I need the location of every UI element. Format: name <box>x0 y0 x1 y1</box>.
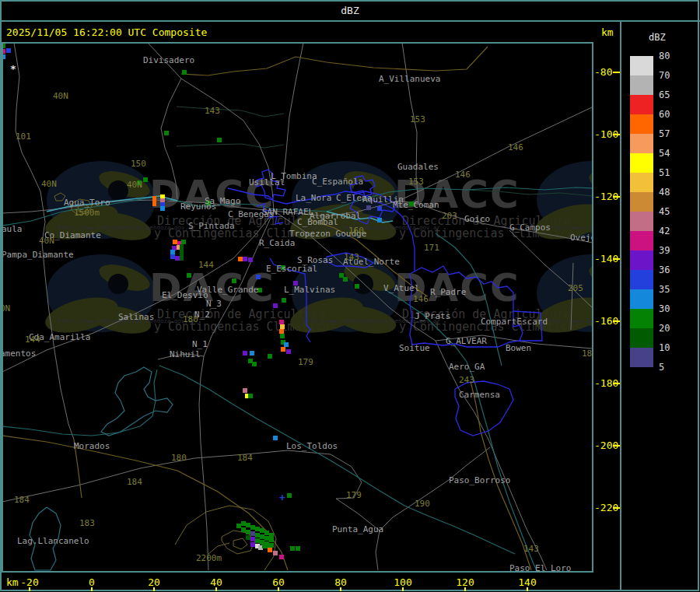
road-number-label: 40N <box>41 179 57 189</box>
scale-block <box>630 231 653 250</box>
radar-echo <box>269 533 274 538</box>
road-number-label: 144 <box>198 260 214 270</box>
road-number-label: 180 <box>183 314 198 324</box>
road-number-label: 143 <box>205 106 220 116</box>
radar-echo <box>182 70 187 75</box>
road-number-label: 171 <box>424 243 439 253</box>
radar-echo <box>243 257 247 261</box>
y-axis-label: -80 <box>594 66 612 78</box>
radar-echo <box>273 436 278 440</box>
radar-echo <box>290 546 295 551</box>
radar-echo <box>187 273 191 278</box>
place-label: aula <box>2 224 23 234</box>
road-number-label: 184 <box>237 453 253 463</box>
road-number-label: 243 <box>459 375 474 385</box>
radar-echo <box>250 525 255 530</box>
map-marker: * <box>10 63 16 75</box>
radar-echo <box>279 320 284 324</box>
scale-label: 48 <box>659 187 690 197</box>
road-number-label: 190 <box>415 499 430 509</box>
scale-label: 20 <box>659 324 690 333</box>
road-number-label: 146 <box>413 294 429 304</box>
scale-label: 54 <box>659 149 690 158</box>
place-label: Bowen <box>506 343 531 353</box>
radar-echo <box>255 538 260 543</box>
radar-echo <box>241 521 246 526</box>
radar-echo <box>250 537 255 541</box>
x-axis-label: 40 <box>210 576 222 588</box>
radar-echo <box>238 257 243 261</box>
radar-echo <box>286 349 291 354</box>
radar-echo <box>269 538 274 542</box>
road-line <box>283 43 303 183</box>
radar-echo <box>246 535 250 540</box>
place-label: S_Pintada <box>188 221 235 231</box>
radar-echo <box>284 342 289 347</box>
place-label: El_Desvio <box>162 290 208 300</box>
radar-echo <box>181 240 186 244</box>
radar-echo <box>246 530 250 534</box>
scale-block <box>630 192 653 212</box>
radar-echo <box>243 351 247 356</box>
radar-echo <box>248 257 253 262</box>
radar-echo <box>287 493 292 498</box>
map-marker: + <box>279 492 285 503</box>
scale-block <box>630 289 653 309</box>
radar-echo <box>260 528 264 533</box>
radar-echo <box>296 546 300 551</box>
watermark-logo-icon <box>598 274 618 294</box>
road-number-label: 183 <box>79 518 95 528</box>
road-number-label: 180 <box>171 453 187 463</box>
scale-block <box>630 309 653 328</box>
radar-echo <box>264 536 269 541</box>
scale-block <box>630 114 653 134</box>
scale-label: 60 <box>659 110 690 119</box>
radar-echo <box>273 303 278 308</box>
radar-echo <box>268 354 272 359</box>
place-label: Nihuil <box>170 349 201 359</box>
road-number-label: 40N <box>39 236 54 246</box>
place-label: C_Española <box>312 177 363 187</box>
scale-label: 42 <box>659 226 690 236</box>
radar-echo <box>260 534 264 539</box>
x-axis-label: 60 <box>272 576 285 588</box>
place-label: La_Nora <box>296 193 331 203</box>
radar-echo <box>256 275 261 279</box>
radar-echo <box>366 205 371 210</box>
radar-echo <box>282 298 286 303</box>
lake-outline <box>101 367 173 436</box>
place-label: E_Escorial <box>266 264 317 274</box>
radar-echo <box>173 240 177 244</box>
radar-echo <box>241 527 246 532</box>
radar-echo <box>281 347 285 352</box>
road-number-label: 184 <box>127 477 142 487</box>
scale-label: 39 <box>659 246 690 255</box>
place-label: Morados <box>74 441 110 451</box>
radar-echo <box>143 177 148 182</box>
radar-echo <box>279 555 284 559</box>
scale-block <box>630 270 653 289</box>
scale-block <box>630 328 653 348</box>
x-axis-label: -20 <box>20 576 38 588</box>
x-axis-label: 80 <box>334 576 347 588</box>
elevation-contour <box>233 538 247 549</box>
place-label: Reyunos <box>180 201 216 212</box>
road-line <box>380 447 490 531</box>
place-label: C_Bombal <box>297 217 338 227</box>
place-label: SAN_RAFAEL <box>262 207 314 217</box>
place-label: Mte_Coman <box>393 200 439 210</box>
radar-map-canvas[interactable]: DACCDirección de Agriculturay Contingenc… <box>0 0 700 592</box>
x-axis-unit: km <box>6 576 19 588</box>
road-number-label: 1500m <box>74 208 100 218</box>
place-label: Lag.Llancanelo <box>17 536 89 546</box>
radar-echo <box>377 218 382 222</box>
place-label: L_Malvinas <box>284 285 335 295</box>
road-number-label: 101 <box>16 131 31 142</box>
radar-echo <box>170 254 175 259</box>
road-number-label: 143 <box>344 252 359 262</box>
place-label: Soitue <box>399 343 430 353</box>
scale-block <box>630 212 653 231</box>
route-line <box>181 47 488 75</box>
scale-label: 45 <box>659 207 690 216</box>
radar-echo <box>262 544 267 548</box>
